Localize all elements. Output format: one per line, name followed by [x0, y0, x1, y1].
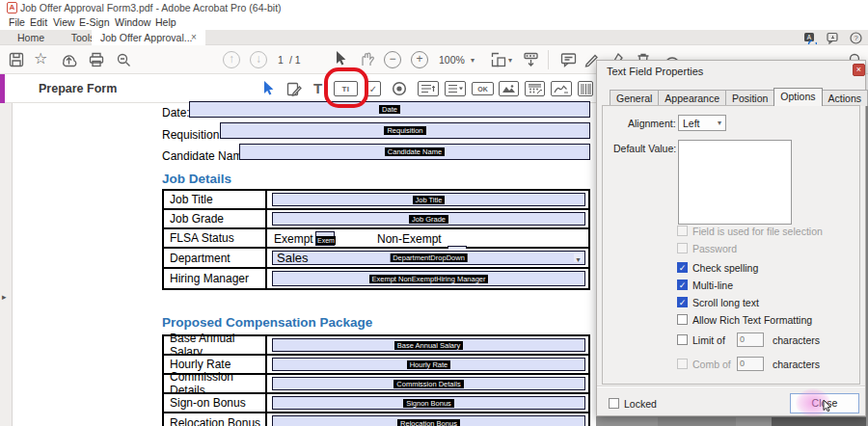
commission-field[interactable]: Commission Details — [272, 377, 585, 390]
tab-close-icon[interactable]: × — [188, 30, 200, 45]
background-bar — [772, 417, 866, 426]
candidate-name-field[interactable]: Candidate Name — [239, 144, 590, 160]
tab-general[interactable]: General — [610, 90, 659, 106]
hiring-manager-field-tag: Exempt NonExemptHiring Manager — [369, 275, 489, 283]
menu-file[interactable]: File — [9, 16, 25, 28]
red-highlight-annotation — [324, 67, 368, 108]
svg-text:?: ? — [854, 34, 857, 42]
requisition-field[interactable]: Requisition — [220, 122, 590, 139]
base-salary-field[interactable]: Base Annual Salary — [272, 338, 585, 352]
limit-checkbox[interactable] — [677, 334, 688, 345]
comb-suffix-label: characters — [773, 359, 820, 370]
relocation-bonus-field-tag: Relocation Bonus — [397, 419, 460, 426]
save-icon[interactable] — [8, 51, 25, 68]
hand-tool-icon[interactable] — [358, 50, 375, 67]
star-icon[interactable]: ☆ — [34, 49, 47, 67]
scroll-long-text-checkbox[interactable]: ✓ — [677, 297, 688, 307]
job-grade-label: Job Grade — [164, 210, 267, 227]
hiring-manager-field[interactable]: Exempt NonExemptHiring Manager — [272, 271, 585, 286]
multi-line-checkbox[interactable]: ✓ — [677, 280, 688, 290]
check-spelling-checkbox[interactable]: ✓ — [677, 262, 688, 273]
department-dropdown[interactable]: Sales DepartmentDropDown ▾ — [272, 251, 585, 265]
menu-esign[interactable]: E-Sign — [79, 16, 110, 28]
password-label: Password — [692, 243, 737, 254]
alignment-select[interactable]: Left▾ — [678, 115, 726, 131]
print-icon[interactable] — [88, 51, 105, 68]
tab-options[interactable]: Options — [773, 88, 822, 106]
department-value: Sales — [273, 251, 309, 265]
locked-checkbox[interactable] — [609, 398, 619, 409]
signature-field-tool-icon[interactable] — [551, 81, 572, 96]
document-tab-bar: Home Tools Job Offer Approval... × A ? — [0, 30, 868, 45]
table-row: FLSA Status Exempt Exem Non-Exempt Non — [164, 229, 588, 249]
hourly-rate-field[interactable]: Hourly Rate — [272, 358, 585, 371]
job-grade-field-tag: Job Grade — [409, 215, 448, 224]
limit-suffix-label: characters — [773, 334, 820, 346]
ok-button-tool-icon[interactable]: OK — [472, 82, 494, 95]
file-selection-checkbox — [677, 226, 688, 236]
select-tool-icon[interactable] — [334, 50, 347, 67]
barcode-tool-icon[interactable] — [578, 81, 593, 96]
prepare-form-accent — [0, 74, 5, 103]
toolbar-divider — [548, 50, 549, 69]
zoom-dropdown-icon[interactable]: ▾ — [471, 56, 475, 65]
tab-appearance[interactable]: Appearance — [658, 90, 726, 106]
tab-position[interactable]: Position — [725, 90, 774, 106]
tab-home[interactable]: Home — [8, 30, 54, 45]
menu-edit[interactable]: Edit — [30, 16, 47, 28]
page-number-field[interactable]: 1 — [278, 54, 284, 66]
scrolling-mode-icon[interactable] — [522, 51, 540, 68]
help-icon[interactable]: ? — [850, 32, 862, 44]
alignment-dropdown-icon: ▾ — [718, 119, 721, 127]
exempt-field[interactable]: Exem — [315, 231, 335, 246]
image-field-tool-icon[interactable] — [499, 81, 519, 96]
date-field[interactable]: Date — [189, 101, 590, 118]
exempt-field-tag: Exem — [316, 236, 336, 245]
previous-page-icon[interactable]: ↑ — [223, 51, 240, 68]
job-grade-field[interactable]: Job Grade — [272, 212, 585, 226]
fit-page-dropdown-icon[interactable]: ▾ — [508, 56, 512, 65]
alignment-value: Left — [683, 118, 700, 129]
expand-pane-icon[interactable]: ▸ — [2, 292, 7, 302]
default-value-textarea[interactable] — [678, 140, 792, 225]
acrobat-sync-icon[interactable]: A — [803, 32, 817, 44]
commission-field-tag: Commission Details — [393, 380, 463, 388]
limit-characters-input[interactable]: 0 — [737, 333, 764, 347]
base-salary-field-tag: Base Annual Salary — [394, 341, 463, 350]
acrobat-window: A Job Offer Approval Form3.pdf - Adobe A… — [0, 0, 868, 426]
edit-fields-icon[interactable] — [285, 81, 303, 97]
navigation-pane-rail[interactable] — [0, 103, 13, 426]
add-text-icon[interactable]: T — [313, 80, 322, 96]
comb-characters-input: 0 — [737, 357, 764, 371]
relocation-bonus-field[interactable]: Relocation Bonus — [272, 415, 585, 426]
next-page-icon[interactable]: ↓ — [250, 51, 267, 68]
department-dropdown-icon[interactable]: ▾ — [574, 253, 583, 262]
dropdown-tool-icon[interactable] — [445, 81, 466, 96]
scroll-long-text-label: Scroll long text — [692, 297, 759, 308]
signon-bonus-label: Sign-on Bonus — [164, 394, 267, 412]
tab-actions[interactable]: Actions — [822, 90, 868, 106]
dialog-close-icon[interactable]: × — [853, 64, 865, 76]
form-select-tool-icon[interactable] — [261, 80, 275, 97]
zoom-level-value[interactable]: 100% — [439, 54, 465, 66]
signon-bonus-field[interactable]: Signon Bonus — [272, 396, 585, 410]
list-box-tool-icon[interactable] — [418, 81, 439, 96]
share-icon[interactable] — [60, 51, 78, 68]
alignment-label: Alignment: — [628, 118, 676, 129]
zoom-out-icon[interactable]: − — [384, 51, 401, 68]
menu-help[interactable]: Help — [155, 16, 176, 28]
acrobat-pdf-icon: A — [7, 2, 17, 13]
menu-view[interactable]: View — [53, 16, 75, 28]
feedback-icon[interactable] — [827, 32, 840, 44]
job-title-label: Job Title — [164, 191, 267, 208]
job-title-field[interactable]: Job Title — [272, 193, 585, 206]
search-icon[interactable] — [115, 51, 132, 68]
rich-text-checkbox[interactable] — [677, 314, 688, 325]
fit-page-icon[interactable] — [490, 51, 507, 68]
zoom-in-icon[interactable]: + — [411, 51, 428, 68]
radio-button-tool-icon[interactable] — [392, 81, 407, 96]
date-field-tool-icon[interactable] — [525, 81, 545, 96]
menu-window[interactable]: Window — [115, 16, 150, 28]
comment-icon[interactable] — [559, 51, 578, 68]
flsa-status-label: FLSA Status — [164, 229, 267, 247]
